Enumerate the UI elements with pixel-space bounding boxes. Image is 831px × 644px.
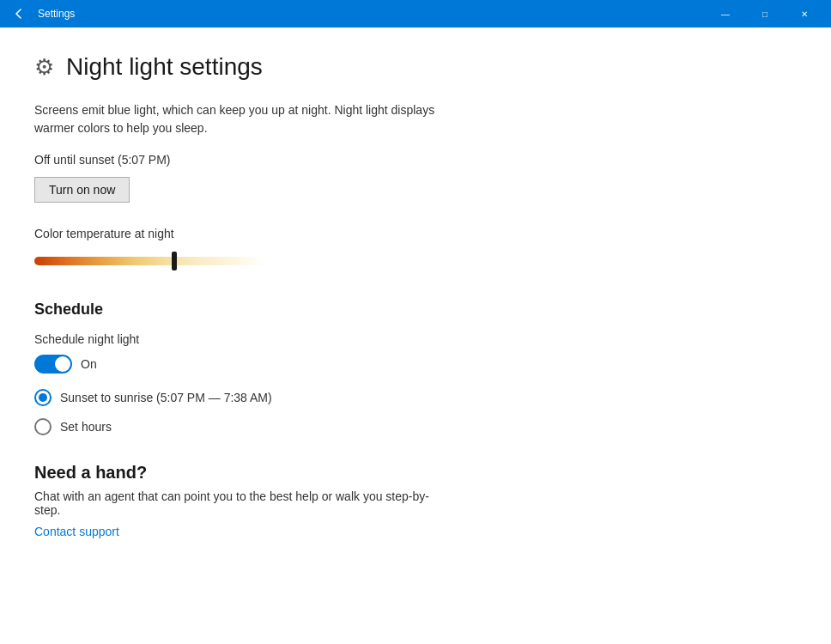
content-area: ⚙ Night light settings Screens emit blue…	[0, 27, 831, 644]
help-description: Chat with an agent that can point you to…	[34, 489, 446, 517]
schedule-heading: Schedule	[34, 301, 797, 319]
radio-sunset-label: Sunset to sunrise (5:07 PM — 7:38 AM)	[60, 391, 272, 404]
schedule-toggle-row: On	[34, 355, 797, 374]
schedule-section: Schedule Schedule night light On Sunset …	[34, 301, 797, 435]
toggle-state-label: On	[81, 357, 97, 371]
title-bar: Settings — □ ✕	[0, 0, 831, 27]
gear-icon: ⚙	[34, 54, 54, 81]
page-title: Night light settings	[66, 53, 263, 81]
window-title: Settings	[38, 8, 75, 20]
toggle-knob	[55, 356, 70, 372]
radio-sethours-circle	[34, 418, 52, 435]
radio-sunset-option[interactable]: Sunset to sunrise (5:07 PM — 7:38 AM)	[34, 389, 797, 406]
color-temperature-label: Color temperature at night	[34, 227, 797, 240]
contact-support-link[interactable]: Contact support	[34, 525, 119, 538]
night-light-status: Off until sunset (5:07 PM)	[34, 153, 797, 167]
radio-sunset-circle	[34, 389, 52, 406]
page-header: ⚙ Night light settings	[34, 53, 797, 81]
page-description: Screens emit blue light, which can keep …	[34, 101, 446, 137]
schedule-toggle[interactable]	[34, 355, 72, 374]
schedule-night-light-label: Schedule night light	[34, 332, 797, 346]
radio-sethours-option[interactable]: Set hours	[34, 418, 797, 435]
help-section: Need a hand? Chat with an agent that can…	[34, 463, 797, 539]
color-temperature-slider[interactable]	[34, 252, 266, 270]
radio-sethours-label: Set hours	[60, 420, 112, 434]
turn-on-button[interactable]: Turn on now	[34, 177, 130, 203]
back-button[interactable]	[7, 2, 31, 26]
minimize-button[interactable]: —	[706, 0, 745, 27]
close-button[interactable]: ✕	[785, 0, 824, 27]
help-heading: Need a hand?	[34, 463, 797, 483]
slider-track	[34, 257, 266, 265]
maximize-button[interactable]: □	[745, 0, 785, 27]
slider-thumb[interactable]	[172, 252, 177, 270]
window-controls: — □ ✕	[706, 0, 824, 27]
